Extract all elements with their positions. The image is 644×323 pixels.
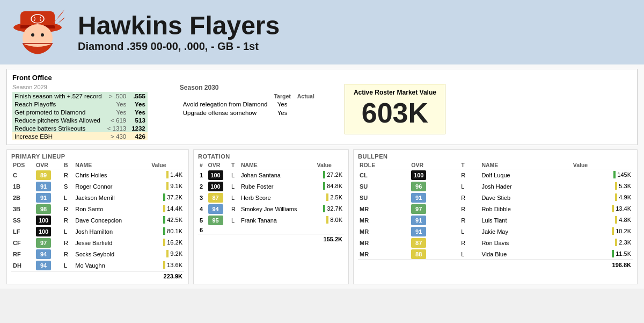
bullpen-row: MR 87 R Ron Davis 2.3K — [358, 237, 633, 248]
player-bats: L — [62, 260, 74, 271]
goal-target: < 1313 — [104, 124, 130, 132]
lineup-title: PRIMARY LINEUP — [11, 153, 184, 160]
bullpen-throws: R — [459, 203, 480, 214]
player-pos: 2B — [11, 192, 34, 203]
player-bats: R — [62, 248, 74, 260]
rotation-col-header: NAME — [239, 161, 316, 169]
season-2030-goals: Season 2030 Target Actual Avoid relegati… — [180, 84, 318, 140]
rotation-row: 4 94 R Smokey Joe Williams 32.7K — [198, 203, 344, 214]
goal-target: > .500 — [104, 92, 130, 100]
rotation-name: Johan Santana — [239, 169, 316, 181]
bullpen-ovr: 100 — [409, 169, 459, 181]
bullpen-throws: L — [459, 248, 480, 260]
player-value: 37.2K — [150, 192, 184, 203]
player-value: 1.4K — [150, 169, 184, 181]
rotation-col-header: T — [230, 161, 239, 169]
market-value: 603K — [354, 96, 436, 130]
goal-target: > 430 — [104, 132, 130, 140]
rotation-throws: L — [230, 192, 239, 203]
rotation-ovr: 87 — [207, 192, 230, 203]
bullpen-ovr: 96 — [409, 181, 459, 192]
rotation-value: 27.2K — [315, 169, 344, 181]
bullpen-col-header: Value — [572, 161, 633, 169]
lineup-row: DH 94 L Mo Vaughn 13.6K — [11, 260, 184, 271]
bullpen-name: Jakie May — [480, 226, 571, 237]
bullpen-total-row: 196.8K — [358, 260, 633, 269]
player-pos: DH — [11, 260, 34, 271]
bullpen-section: BULLPEN ROLEOVRTNAMEValue CL 100 R Dolf … — [353, 149, 638, 284]
season-2029-goals: Season 2029 Finish season with +.527 rec… — [12, 84, 148, 140]
bullpen-role: MR — [358, 214, 409, 226]
bullpen-role: SU — [358, 192, 409, 203]
rotation-name: Rube Foster — [239, 181, 316, 192]
bullpen-col-header: OVR — [409, 161, 459, 169]
goal-actual: 426 — [129, 132, 148, 140]
col-goal — [180, 92, 271, 100]
bullpen-col-header: T — [459, 161, 480, 169]
bullpen-col-header: NAME — [480, 161, 571, 169]
bullpen-name: Dave Stieb — [480, 192, 571, 203]
player-ovr: 98 — [34, 203, 62, 214]
goal-label: Increase EBH — [12, 132, 104, 140]
bullpen-row: CL 100 R Dolf Luque 145K — [358, 169, 633, 181]
bullpen-value: 2.3K — [572, 237, 633, 248]
bullpen-name: Dolf Luque — [480, 169, 571, 181]
goal-label-2030: Avoid relegation from Diamond — [180, 100, 271, 109]
player-ovr: 94 — [34, 260, 62, 271]
lineup-col-header: POS — [11, 161, 34, 169]
bullpen-row: SU 96 L Josh Hader 5.3K — [358, 181, 633, 192]
rotation-num: 4 — [198, 203, 207, 214]
player-pos: RF — [11, 248, 34, 260]
player-ovr: 100 — [34, 226, 62, 237]
player-ovr: 89 — [34, 169, 62, 181]
goal-actual: Yes — [129, 100, 148, 108]
main-content: Front Office Season 2029 Finish season w… — [0, 64, 644, 289]
bullpen-role: MR — [358, 237, 409, 248]
rotation-total-value: 155.2K — [315, 234, 344, 243]
bullpen-name: Luis Tiant — [480, 214, 571, 226]
rotation-value: 32.7K — [315, 203, 344, 214]
player-name: Mo Vaughn — [74, 260, 150, 271]
rotation-name: Herb Score — [239, 192, 316, 203]
player-name: Roger Connor — [74, 181, 150, 192]
lineup-total-value: 223.9K — [150, 271, 184, 281]
goals-2029-table: Finish season with +.527 record > .500 .… — [12, 92, 148, 140]
player-name: Dave Concepcion — [74, 214, 150, 226]
rotation-total-row: 155.2K — [198, 234, 344, 243]
bullpen-name: Ron Davis — [480, 237, 571, 248]
player-ovr: 100 — [34, 214, 62, 226]
rotation-row: 6 — [198, 226, 344, 234]
season-2030-label: Season 2030 — [180, 84, 318, 91]
player-pos: 3B — [11, 203, 34, 214]
lineup-row: RF 94 R Socks Seybold 9.2K — [11, 248, 184, 260]
rotation-col-header: # — [198, 161, 207, 169]
lineup-col-header: NAME — [74, 161, 150, 169]
rotation-throws: L — [230, 181, 239, 192]
rotation-value: 8.0K — [315, 214, 344, 226]
rotation-value — [315, 226, 344, 234]
market-label: Active Roster Market Value — [354, 89, 436, 96]
front-office-section: Front Office Season 2029 Finish season w… — [6, 69, 638, 145]
rotation-throws: R — [230, 203, 239, 214]
bullpen-role: CL — [358, 169, 409, 181]
svg-point-5 — [41, 33, 44, 37]
goal-actual: 1232 — [129, 124, 148, 132]
player-name: Josh Hamilton — [74, 226, 150, 237]
player-value: 42.5K — [150, 214, 184, 226]
player-pos: C — [11, 169, 34, 181]
player-ovr: 91 — [34, 181, 62, 192]
bullpen-value: 145K — [572, 169, 633, 181]
player-name: Socks Seybold — [74, 248, 150, 260]
bullpen-total-label — [358, 260, 572, 269]
player-bats: R — [62, 214, 74, 226]
bullpen-ovr: 91 — [409, 214, 459, 226]
player-ovr: 97 — [34, 237, 62, 248]
player-name: Chris Hoiles — [74, 169, 150, 181]
player-name: Ron Santo — [74, 203, 150, 214]
goal-row-2030: Upgrade offense somehow Yes — [180, 109, 318, 117]
lineup-total-label — [11, 271, 150, 281]
player-value: 14.4K — [150, 203, 184, 214]
bullpen-ovr: 91 — [409, 192, 459, 203]
goal-target: Yes — [104, 108, 130, 116]
bullpen-row: MR 91 R Luis Tiant 4.8K — [358, 214, 633, 226]
